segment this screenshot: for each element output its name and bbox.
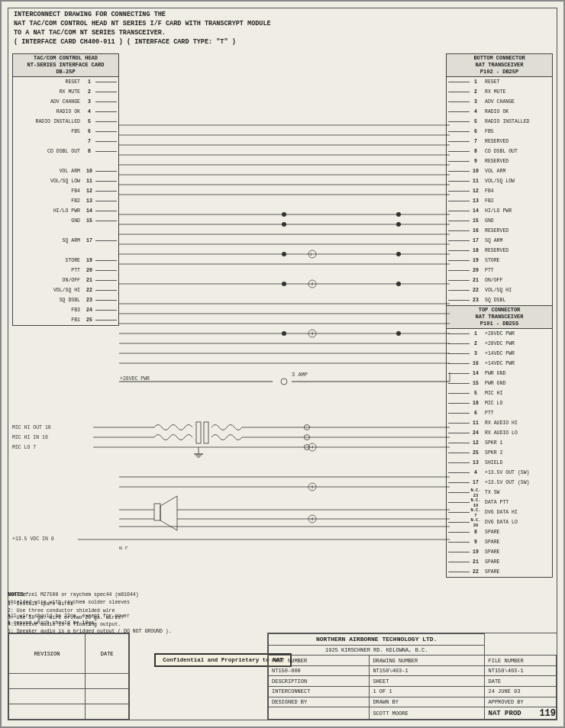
right-pin-t4: 4+13.5V OUT (SW) bbox=[447, 468, 552, 478]
right-pin-b21: 21ON/OFF bbox=[447, 275, 552, 285]
right-pin-b20: 20PTT bbox=[447, 266, 552, 275]
right-pin-b19: 19STORE bbox=[447, 256, 552, 266]
left-pin-8: CD DSBL OUT8 bbox=[13, 147, 118, 156]
left-pin-15: GND15 bbox=[13, 216, 118, 226]
drawing-number-value: NT150\403-1 bbox=[370, 665, 485, 676]
drawn-by-label: DRAWN BY bbox=[370, 697, 485, 707]
right-pin-b3: 3ADV CHANGE bbox=[447, 97, 552, 107]
right-pin-t18: 18MIC LO bbox=[447, 398, 552, 408]
left-pin-2: RX MUTE2 bbox=[13, 87, 118, 97]
left-pin-21: ON/OFF21 bbox=[13, 275, 118, 285]
title-block: NORTHERN AIRBORNE TECHNOLOGY LTD. 1925 K… bbox=[267, 633, 557, 720]
right-pin-b6: 6FB5 bbox=[447, 127, 552, 137]
right-pin-b16: 16RESERVED bbox=[447, 226, 552, 236]
designed-by-label: DESIGNED BY bbox=[269, 697, 370, 707]
right-pin-t21: 21SPARE bbox=[447, 557, 552, 567]
right-connector-bottom-title: BOTTOM CONNECTOR NAT TRANSCEIVER P102 - … bbox=[447, 54, 552, 77]
left-connector-box: TAC/COM CONTROL HEAD NT-SERIES INTERFACE… bbox=[12, 53, 119, 326]
right-pin-b15: 15GND bbox=[447, 216, 552, 226]
right-pin-t-nc23: N.C. 23TX SW bbox=[447, 488, 552, 498]
left-pin-7: 7 bbox=[13, 137, 118, 147]
right-connector-top-box: TOP CONNECTOR NAT TRANSCEIVER P101 - DB2… bbox=[446, 305, 553, 578]
description-value: INTERCONNECT bbox=[269, 687, 370, 697]
date-value: 24 JUNE 93 bbox=[485, 687, 557, 697]
left-pin-20: PTT20 bbox=[13, 266, 118, 275]
right-pin-t3: 3+14VDC PWR bbox=[447, 349, 552, 359]
drawn-by-value: SCOTT MOORE bbox=[370, 707, 485, 720]
page: INTERCONNECT DRAWING FOR CONNECTING THE … bbox=[0, 0, 565, 728]
right-pin-b22: 22VOL/SQ HI bbox=[447, 285, 552, 295]
company-name: NORTHERN AIRBORNE TECHNOLOGY LTD. bbox=[269, 634, 485, 646]
right-pin-t-nc10: N.C. 10DATA PTT bbox=[447, 498, 552, 507]
raychem-text: Use tefzel M27500 or raychem spec44 (m81… bbox=[8, 591, 183, 627]
header-text: INTERCONNECT DRAWING FOR CONNECTING THE … bbox=[14, 11, 271, 47]
right-pin-b17: 17SQ ARM bbox=[447, 236, 552, 246]
part-number-label: PART NUMBER bbox=[269, 656, 370, 666]
right-pin-t12: 12SPKR 1 bbox=[447, 438, 552, 448]
approved-by-label: APPROVED BY bbox=[485, 697, 557, 707]
right-pin-t24: 24RX AUDIO LO bbox=[447, 428, 552, 438]
file-number-label: FILE NUMBER bbox=[485, 656, 557, 666]
date-label: DATE bbox=[485, 676, 557, 687]
left-pin-18-gap bbox=[13, 246, 118, 256]
right-pin-b10: 10VOL ARM bbox=[447, 166, 552, 176]
right-pin-t1: 1+28VDC PWR bbox=[447, 329, 552, 339]
left-pin-4: RADIO OK4 bbox=[13, 107, 118, 117]
right-pin-b9: 9RESERVED bbox=[447, 156, 552, 166]
right-pin-b2: 2RX MUTE bbox=[447, 87, 552, 97]
right-pin-b13: 13FB2 bbox=[447, 196, 552, 206]
file-number-value: NT150\403-1 bbox=[485, 665, 557, 676]
right-pin-b8: 8CD DSBL OUT bbox=[447, 147, 552, 156]
left-pin-24: FB324 bbox=[13, 305, 118, 315]
drawing-number-label: DRAWING NUMBER bbox=[370, 656, 485, 666]
left-pin-12: FB412 bbox=[13, 186, 118, 196]
right-pin-b23: 23SQ DSBL bbox=[447, 295, 552, 305]
right-pin-t25: 25SPKR 2 bbox=[447, 448, 552, 458]
left-pin-10: VOL ARM10 bbox=[13, 166, 118, 176]
left-pin-6: FB56 bbox=[13, 127, 118, 137]
right-pin-t-nc20: N.C. 20DVG DATA LO bbox=[447, 517, 552, 527]
sheet-value: 1 OF 1 bbox=[370, 687, 485, 697]
right-pin-t9: 9SPARE bbox=[447, 537, 552, 547]
right-pin-b4: 4RADIO OK bbox=[447, 107, 552, 117]
part-number-value: NT150-000 bbox=[269, 665, 370, 676]
right-pin-t16: 16+14VDC PWR bbox=[447, 359, 552, 369]
right-pin-t15: 15PWR GND bbox=[447, 378, 552, 388]
confidential-text: Confidential and Proprietary to NAT bbox=[163, 657, 283, 663]
header-line1: INTERCONNECT DRAWING FOR CONNECTING THE bbox=[14, 11, 271, 20]
right-pin-b11: 11VOL/SQ LOW bbox=[447, 176, 552, 186]
right-pin-t6: 6PTT bbox=[447, 408, 552, 418]
left-pin-23: SQ DSBL23 bbox=[13, 295, 118, 305]
header-line2: NAT TAC/COM CONTROL HEAD NT SERIES I/F C… bbox=[14, 20, 271, 29]
right-pin-t14: 14PWR GND bbox=[447, 369, 552, 378]
right-pin-b14: 14HI/LO PWR bbox=[447, 206, 552, 216]
left-pin-5: RADIO INSTALLED5 bbox=[13, 117, 118, 127]
revision-date-label: DATE bbox=[86, 634, 129, 674]
right-pin-b5: 5RADIO INSTALLED bbox=[447, 117, 552, 127]
designed-by-value bbox=[269, 707, 370, 720]
header-line3: TO A NAT TAC/COM NT SERIES TRANSCEIVER. bbox=[14, 29, 271, 38]
revision-label: REVISION bbox=[9, 634, 86, 674]
left-connector-title: TAC/COM CONTROL HEAD NT-SERIES INTERFACE… bbox=[13, 54, 118, 77]
right-pin-b7: 7RESERVED bbox=[447, 137, 552, 147]
company-address: 1925 KIRSCHNER RD. KELOWNA, B.C. bbox=[269, 645, 485, 656]
right-pin-t2: 2+28VDC PWR bbox=[447, 339, 552, 349]
left-pin-3: ADV CHANGE3 bbox=[13, 97, 118, 107]
left-pin-25: FB125 bbox=[13, 315, 118, 325]
left-pin-22: VOL/SQ HI22 bbox=[13, 285, 118, 295]
left-pin-19: STORE19 bbox=[13, 256, 118, 266]
right-pin-b18: 18RESERVED bbox=[447, 246, 552, 256]
right-pin-t11: 11RX AUDIO HI bbox=[447, 418, 552, 428]
right-pin-t19: 19SPARE bbox=[447, 547, 552, 557]
left-pin-16-gap bbox=[13, 226, 118, 236]
right-connector-top-title: TOP CONNECTOR NAT TRANSCEIVER P101 - DB2… bbox=[447, 306, 552, 329]
right-pin-t22: 22SPARE bbox=[447, 567, 552, 577]
right-pin-t8: 8SPARE bbox=[447, 527, 552, 537]
right-pin-t17: 17+13.5V OUT (SW) bbox=[447, 478, 552, 488]
right-pin-t5: 5MIC HI bbox=[447, 388, 552, 398]
description-label: DESCRIPTION bbox=[269, 676, 370, 687]
header-line4: ( INTERFACE CARD CH400-911 ) ( INTERFACE… bbox=[14, 38, 271, 47]
left-pin-11: VOL/SQ LOW11 bbox=[13, 176, 118, 186]
right-connector-bottom-box: BOTTOM CONNECTOR NAT TRANSCEIVER P102 - … bbox=[446, 53, 553, 326]
left-pin-14: HI/LO PWR14 bbox=[13, 206, 118, 216]
